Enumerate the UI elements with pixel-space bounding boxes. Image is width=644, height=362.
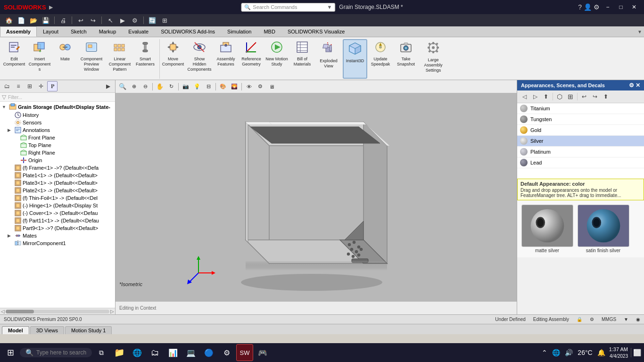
mat-tungsten[interactable]: Tungsten — [517, 114, 644, 125]
tab-model[interactable]: Model — [2, 326, 29, 334]
rp-back-btn[interactable]: ◁ — [519, 91, 529, 102]
network-icon[interactable]: 🌐 — [551, 348, 561, 357]
reference-geometry-button[interactable]: Reference Geometry — [239, 39, 264, 79]
model-canvas[interactable]: *Isometric — [116, 93, 517, 301]
instant3d-button[interactable]: Instant3D — [343, 39, 367, 79]
mat-silver[interactable]: Silver — [517, 136, 644, 147]
mat-lead[interactable]: Lead — [517, 157, 644, 168]
view-settings-btn[interactable]: ⚙ — [255, 82, 265, 92]
command-search[interactable]: 🔍 Search Commands ▼ — [241, 3, 335, 12]
mat-platinum[interactable]: Platinum — [517, 147, 644, 157]
rp-prev-btn[interactable]: ↩ — [579, 91, 589, 102]
user-icon[interactable]: 👤 — [584, 3, 592, 11]
update-speedpak-button[interactable]: Update Speedpak — [368, 39, 393, 79]
ft-expand-root[interactable]: ▼ — [2, 105, 8, 109]
ft-item-hinge[interactable]: (-) Hinge<1> (Default<Display St — [0, 202, 115, 209]
ft-item-thin-foil[interactable]: (f) Thin-Foil<1> -> (Default<<Del — [0, 194, 115, 202]
edit-component-button[interactable]: Edit Component — [2, 39, 26, 79]
settings-btn[interactable]: ⚙ — [218, 344, 235, 361]
settings-icon[interactable]: ⚙ — [594, 3, 600, 11]
ft-scroll-left[interactable]: ◁ — [1, 309, 5, 314]
ft-config-icon[interactable]: ✛ — [36, 81, 46, 91]
select-button[interactable]: ↖ — [105, 15, 116, 25]
zoom-to-fit-btn[interactable]: 🔍 — [117, 82, 128, 92]
rp-forward-btn[interactable]: ▷ — [530, 91, 540, 102]
ft-item-sensors[interactable]: Sensors — [0, 119, 115, 126]
ft-expand-mates[interactable]: ▶ — [8, 233, 13, 238]
section-view-btn[interactable]: ⊟ — [203, 82, 214, 92]
ft-item-part11[interactable]: (f) Part11<1> -> (Default<<Defau — [0, 217, 115, 224]
tray-arrow[interactable]: ⌃ — [541, 348, 548, 357]
ft-display-icon[interactable]: 𝐏 — [47, 81, 58, 91]
large-assembly-settings-button[interactable]: Large Assembly Settings — [419, 39, 447, 79]
new-document-button[interactable]: 📄 — [16, 15, 26, 25]
mat-gold[interactable]: Gold — [517, 125, 644, 136]
rp-close-btn[interactable]: ✕ — [636, 82, 640, 89]
hide-components-btn[interactable]: 👁 — [244, 82, 254, 92]
close-button[interactable]: ✕ — [628, 2, 640, 12]
ft-item-top-plane[interactable]: Top Plane — [0, 141, 115, 149]
print-button[interactable]: 🖨 — [58, 15, 68, 25]
start-button[interactable]: ⊞ — [2, 344, 19, 361]
ft-prop-icon[interactable]: ⊞ — [25, 81, 35, 91]
tab-motion-study[interactable]: Motion Study 1 — [65, 326, 112, 334]
exploded-view-button[interactable]: Exploded View — [315, 39, 342, 79]
minimize-button[interactable]: − — [602, 2, 614, 12]
rotate-btn[interactable]: ↻ — [166, 82, 176, 92]
ft-item-history[interactable]: History — [0, 111, 115, 119]
ribbon-expand[interactable]: ▼ — [637, 29, 642, 34]
ft-tree-icon[interactable]: 🗂 — [2, 81, 12, 91]
ft-list-icon[interactable]: ≡ — [13, 81, 24, 91]
rp-icon-view-btn[interactable]: ⬡ — [554, 91, 565, 102]
ft-item-plate3[interactable]: Plate3<1> -> (Default<<Default> — [0, 179, 115, 187]
ft-item-right-plane[interactable]: Right Plane — [0, 149, 115, 156]
taskview-btn[interactable]: ⧉ — [93, 344, 110, 361]
ft-item-mates[interactable]: ▶ Mates — [0, 232, 115, 239]
view-orient-btn[interactable]: 📷 — [181, 82, 191, 92]
preview-matte-silver[interactable]: matte silver — [520, 203, 574, 255]
save-button[interactable]: 💾 — [41, 15, 51, 25]
folder-btn[interactable]: 🗂 — [147, 344, 164, 361]
status-units-dropdown[interactable]: ▼ — [624, 317, 628, 322]
bill-of-materials-button[interactable]: Bill of Materials — [290, 39, 314, 79]
take-snapshot-button[interactable]: Take Snapshot — [394, 39, 418, 79]
taskbar-search[interactable]: 🔍 Type here to search — [20, 348, 92, 357]
maximize-button[interactable]: □ — [615, 2, 627, 12]
tab-3d-views[interactable]: 3D Views — [30, 326, 64, 334]
rp-next-btn[interactable]: ↪ — [590, 91, 600, 102]
ft-horizontal-scroll[interactable]: ◁ ▷ — [0, 308, 115, 314]
ft-scroll-right[interactable]: ▷ — [110, 309, 114, 314]
help-icon[interactable]: ? — [578, 3, 582, 11]
insert-components-button[interactable]: + Insert Components — [27, 39, 52, 79]
pan-btn[interactable]: ✋ — [155, 82, 165, 92]
ft-item-origin[interactable]: Origin — [0, 156, 115, 164]
edge-btn[interactable]: 🌐 — [129, 344, 146, 361]
ft-expand-annotations[interactable]: ▶ — [8, 128, 13, 132]
chrome-btn[interactable]: 🔵 — [200, 344, 217, 361]
options-button[interactable]: ⚙ — [130, 15, 140, 25]
display-mode-btn[interactable]: 💡 — [192, 82, 202, 92]
redo-button[interactable]: ↪ — [88, 15, 98, 25]
rebuild-button[interactable]: 🔄 — [147, 15, 157, 25]
ft-item-cover[interactable]: (-) Cover<1> -> (Default<<Defau — [0, 209, 115, 217]
code-btn[interactable]: 💻 — [182, 344, 199, 361]
smart-fasteners-button[interactable]: Smart Fasteners — [133, 39, 157, 68]
clock[interactable]: 1:37 AM 4/4/2023 — [609, 346, 628, 359]
ft-item-plate1[interactable]: Plate1<1> -> (Default<<Default> — [0, 172, 115, 179]
tab-markup[interactable]: Markup — [93, 26, 123, 37]
assembly-features-button[interactable]: Assembly Features — [214, 39, 238, 79]
extra-app-btn[interactable]: 🎮 — [254, 344, 271, 361]
tab-visualize[interactable]: SOLIDWORKS Visualize — [281, 26, 351, 37]
ft-item-annotations[interactable]: ▶ Annotations — [0, 126, 115, 134]
tab-simulation[interactable]: Simulation — [221, 26, 257, 37]
undo-button[interactable]: ↩ — [75, 15, 86, 25]
sound-icon[interactable]: 🔊 — [564, 348, 574, 357]
component-preview-button[interactable]: Component Preview Window — [78, 39, 105, 79]
ft-item-plate2[interactable]: Plate2<1> -> (Default<<Default> — [0, 187, 115, 194]
ft-expand-arrow[interactable]: ▶ — [103, 81, 113, 91]
display-options-btn[interactable]: 🖥 — [266, 82, 277, 92]
tab-sketch[interactable]: Sketch — [65, 26, 93, 37]
ft-item-part9[interactable]: Part9<1> ->? (Default<<Default> — [0, 224, 115, 232]
tab-mbd[interactable]: MBD — [257, 26, 281, 37]
zoom-in-btn[interactable]: ⊕ — [129, 82, 139, 92]
